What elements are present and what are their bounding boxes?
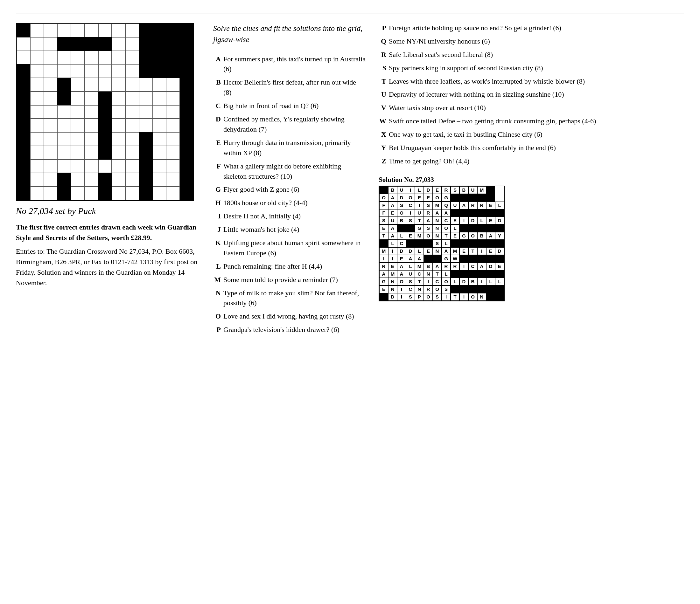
solution-cell: [477, 286, 486, 293]
grid-cell: [139, 173, 153, 187]
grid-cell: [139, 105, 153, 119]
grid-cell: [30, 51, 44, 64]
solution-row: IIEAAGW: [379, 255, 504, 263]
solution-row: FASCISMQUARREL: [379, 202, 504, 209]
clue-text: Uplifting piece about human spirit somew…: [223, 238, 366, 258]
grid-cell: [44, 78, 57, 91]
solution-cell: I: [477, 247, 486, 255]
solution-cell: [406, 240, 415, 247]
solution-cell: S: [379, 217, 388, 225]
grid-cell: [30, 119, 44, 132]
grid-cell: [71, 51, 85, 64]
grid-cell: [153, 78, 167, 91]
clue-letter: I: [213, 211, 221, 221]
clue-letter: Q: [379, 36, 386, 46]
grid-cell: [57, 91, 71, 105]
grid-cell: [17, 91, 30, 105]
clue-text: Depravity of lecturer with nothing on in…: [389, 89, 684, 100]
clue-item: UDepravity of lecturer with nothing on i…: [379, 89, 684, 100]
clue-item: TLeaves with three leaflets, as work's i…: [379, 76, 684, 86]
grid-cell: [57, 146, 71, 160]
grid-cell: [44, 37, 57, 51]
clue-text: Spy partners king in support of second R…: [389, 63, 684, 73]
solution-cell: O: [424, 232, 433, 240]
solution-cell: O: [397, 209, 406, 217]
grid-container: [16, 23, 200, 201]
solution-cell: O: [468, 293, 477, 301]
solution-cell: A: [388, 232, 397, 240]
grid-cell: [112, 146, 125, 160]
solution-cell: D: [459, 278, 468, 286]
grid-cell: [71, 105, 85, 119]
solution-cell: E: [397, 255, 406, 263]
clue-text: One way to get taxi, ie taxi in bustling…: [389, 129, 684, 139]
grid-cell: [166, 173, 180, 187]
clue-text: Leaves with three leaflets, as work's in…: [389, 76, 684, 86]
grid-cell: [17, 78, 30, 91]
clue-letter: R: [379, 50, 386, 60]
solution-cell: L: [486, 278, 495, 286]
clue-letter: P: [213, 324, 221, 335]
solution-cell: L: [442, 270, 451, 278]
solution-cell: A: [442, 247, 451, 255]
grid-cell: [98, 91, 112, 105]
solution-cell: [468, 209, 477, 217]
grid-cell: [125, 187, 139, 200]
grid-cell: [139, 160, 153, 173]
solution-cell: D: [424, 186, 433, 194]
grid-cell: [30, 187, 44, 200]
left-column: No 27,034 set by Puck The first five cor…: [16, 23, 200, 288]
solution-cell: E: [451, 232, 459, 240]
clue-letter: O: [213, 311, 221, 321]
grid-cell: [166, 132, 180, 146]
solution-row: FEOIURAA: [379, 209, 504, 217]
grid-cell: [139, 24, 153, 37]
solution-cell: O: [468, 232, 477, 240]
solution-cell: [451, 240, 459, 247]
solution-cell: R: [442, 186, 451, 194]
solution-cell: B: [459, 186, 468, 194]
solution-cell: R: [477, 202, 486, 209]
clue-text: Flyer good with Z gone (6): [223, 184, 366, 194]
grid-cell: [166, 119, 180, 132]
grid-cell: [180, 132, 194, 146]
solution-cell: [477, 225, 486, 232]
grid-cell: [139, 187, 153, 200]
grid-cell: [153, 91, 167, 105]
solution-cell: L: [451, 278, 459, 286]
solution-cell: E: [379, 286, 388, 293]
clue-text: Little woman's hot joke (4): [223, 225, 366, 235]
solution-cell: C: [468, 263, 477, 270]
solution-cell: M: [388, 270, 397, 278]
clue-item: NType of milk to make you slim? Not fan …: [213, 288, 366, 308]
grid-cell: [180, 64, 194, 78]
solution-cell: P: [415, 293, 424, 301]
solution-cell: I: [477, 278, 486, 286]
grid-cell: [57, 78, 71, 91]
grid-cell: [17, 51, 30, 64]
solution-cell: R: [468, 202, 477, 209]
solution-cell: E: [486, 202, 495, 209]
solution-cell: [406, 225, 415, 232]
clue-item: H1800s house or old city? (4-4): [213, 198, 366, 208]
solution-row: GNOSTICOLDBILL: [379, 278, 504, 286]
solution-cell: U: [468, 186, 477, 194]
clue-text: Hector Bellerin's first defeat, after ru…: [223, 77, 366, 98]
grid-cell: [30, 160, 44, 173]
grid-cell: [44, 119, 57, 132]
clue-item: SSpy partners king in support of second …: [379, 63, 684, 73]
solution-cell: A: [379, 270, 388, 278]
grid-cell: [112, 105, 125, 119]
solution-cell: [459, 194, 468, 202]
solution-row: BUILDERSBUM: [379, 186, 504, 194]
grid-cell: [180, 187, 194, 200]
solution-cell: A: [415, 255, 424, 263]
clue-item: ZTime to get going? Oh! (4,4): [379, 156, 684, 166]
grid-cell: [153, 132, 167, 146]
solution-title: Solution No. 27,033: [379, 176, 684, 184]
solution-cell: T: [415, 278, 424, 286]
grid-cell: [125, 146, 139, 160]
grid-cell: [44, 24, 57, 37]
solution-cell: [379, 240, 388, 247]
solution-cell: E: [486, 247, 495, 255]
